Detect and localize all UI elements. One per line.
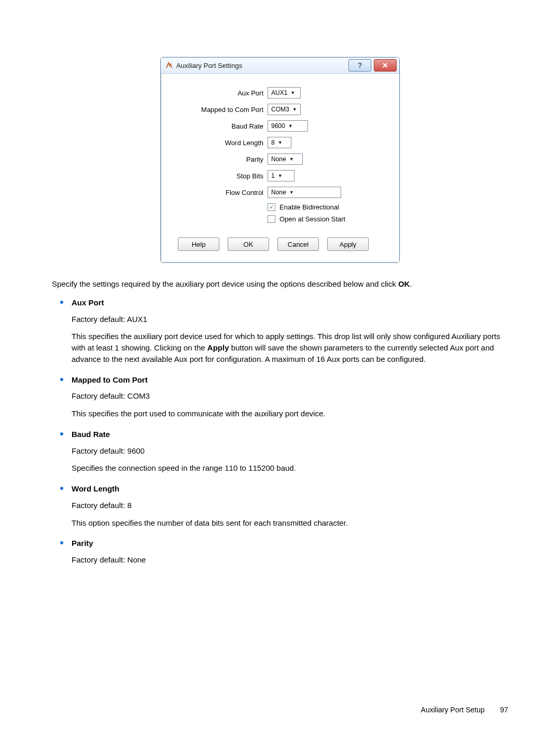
intro-bold: OK <box>398 279 410 288</box>
option-baud-rate: Baud Rate Factory default: 9600 Specifie… <box>52 429 508 474</box>
intro-paragraph: Specify the settings required by the aux… <box>52 278 508 290</box>
flow-control-select[interactable]: None ▼ <box>268 187 341 198</box>
option-term: Aux Port <box>72 297 508 308</box>
inline-bold: Apply <box>207 343 229 352</box>
page-footer: Auxiliary Port Setup 97 <box>421 706 508 714</box>
option-aux-port: Aux Port Factory default: AUX1 This spec… <box>52 297 508 365</box>
cancel-button[interactable]: Cancel <box>277 237 319 251</box>
baud-rate-select[interactable]: 9600 ▼ <box>268 120 308 132</box>
com-port-select[interactable]: COM3 ▼ <box>268 104 301 115</box>
stop-bits-value: 1 <box>271 172 275 179</box>
parity-value: None <box>271 156 286 163</box>
enable-bidirectional-label: Enable Bidirectional <box>279 203 339 211</box>
parity-label: Parity <box>173 156 268 163</box>
stop-bits-label: Stop Bits <box>173 172 268 180</box>
help-button[interactable]: Help <box>178 237 219 251</box>
word-length-label: Word Length <box>173 139 268 147</box>
option-mapped-com-port: Mapped to Com Port Factory default: COM3… <box>52 374 508 419</box>
aux-port-value: AUX1 <box>271 89 287 96</box>
parity-select[interactable]: None ▼ <box>268 153 303 165</box>
stop-bits-select[interactable]: 1 ▼ <box>268 170 295 181</box>
intro-post: . <box>410 279 412 288</box>
word-length-value: 8 <box>271 139 275 146</box>
dialog-body: Aux Port AUX1 ▼ Mapped to Com Port COM3 … <box>161 74 399 262</box>
enable-bidirectional-checkbox[interactable] <box>268 203 275 211</box>
page-number: 97 <box>500 706 508 714</box>
apply-button[interactable]: Apply <box>327 237 369 251</box>
open-at-session-start-label: Open at Session Start <box>279 215 345 223</box>
option-para: This specifies the auxiliary port device… <box>72 331 508 364</box>
auxiliary-port-settings-dialog: Auxiliary Port Settings ? ✕ Aux Port AUX… <box>160 57 400 263</box>
aux-port-label: Aux Port <box>173 89 268 97</box>
chevron-down-icon: ▼ <box>278 173 283 178</box>
option-para: Factory default: None <box>72 554 508 566</box>
word-length-select[interactable]: 8 ▼ <box>268 137 291 148</box>
com-port-label: Mapped to Com Port <box>173 106 268 114</box>
footer-section: Auxiliary Port Setup <box>421 706 485 714</box>
open-at-session-start-checkbox[interactable] <box>268 215 275 223</box>
chevron-down-icon: ▼ <box>292 107 297 112</box>
baud-rate-label: Baud Rate <box>173 122 268 130</box>
intro-text: Specify the settings required by the aux… <box>52 279 398 288</box>
chevron-down-icon: ▼ <box>278 140 283 145</box>
option-para: Factory default: COM3 <box>72 390 508 402</box>
option-para: This specifies the port used to communic… <box>72 408 508 419</box>
option-para: Factory default: 8 <box>72 500 508 511</box>
option-para: Specifies the connection speed in the ra… <box>72 462 508 474</box>
flow-control-value: None <box>271 189 286 196</box>
baud-rate-value: 9600 <box>271 122 285 130</box>
dialog-title: Auxiliary Port Settings <box>176 62 348 69</box>
help-titlebar-button[interactable]: ? <box>348 59 371 72</box>
option-term: Parity <box>72 538 508 549</box>
flow-control-label: Flow Control <box>173 189 268 196</box>
option-word-length: Word Length Factory default: 8 This opti… <box>52 483 508 528</box>
chevron-down-icon: ▼ <box>290 90 295 95</box>
document-body: Specify the settings required by the aux… <box>52 278 508 566</box>
option-term: Baud Rate <box>72 429 508 440</box>
chevron-down-icon: ▼ <box>289 157 294 162</box>
com-port-value: COM3 <box>271 106 289 113</box>
option-term: Mapped to Com Port <box>72 374 508 386</box>
option-para: Factory default: 9600 <box>72 445 508 457</box>
option-para: Factory default: AUX1 <box>72 314 508 325</box>
chevron-down-icon: ▼ <box>288 123 293 129</box>
options-list: Aux Port Factory default: AUX1 This spec… <box>52 297 508 566</box>
chevron-down-icon: ▼ <box>289 190 294 195</box>
option-para: This option specifies the number of data… <box>72 517 508 529</box>
option-term: Word Length <box>72 483 508 495</box>
aux-port-select[interactable]: AUX1 ▼ <box>268 87 301 99</box>
ok-button[interactable]: OK <box>228 237 269 251</box>
app-icon <box>165 61 173 69</box>
dialog-titlebar[interactable]: Auxiliary Port Settings ? ✕ <box>161 58 399 74</box>
option-parity: Parity Factory default: None <box>52 538 508 566</box>
close-titlebar-button[interactable]: ✕ <box>374 59 397 72</box>
